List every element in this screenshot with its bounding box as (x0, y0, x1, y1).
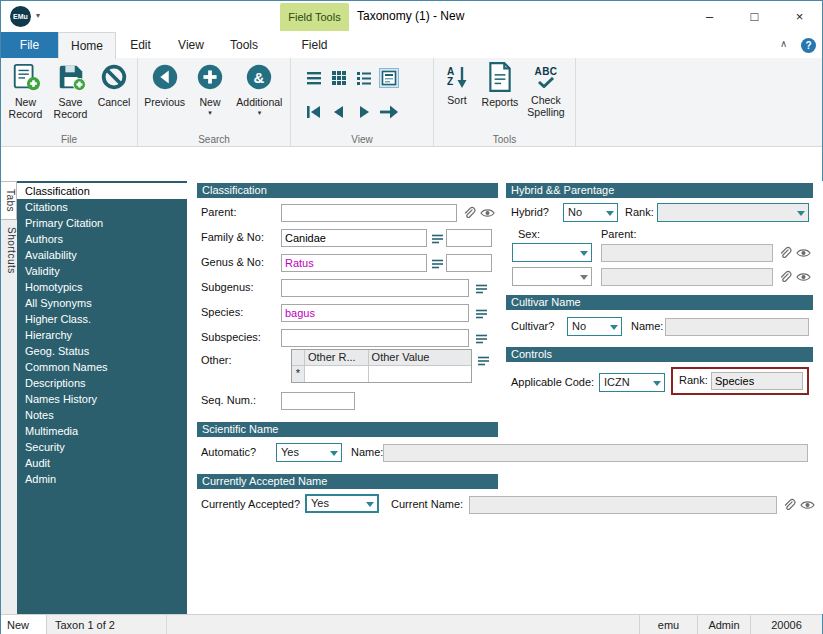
tab-field[interactable]: Field (286, 32, 343, 58)
app-icon[interactable]: EMu (10, 6, 31, 27)
eye-icon[interactable] (795, 245, 811, 261)
details-view-icon[interactable] (354, 68, 374, 88)
cultivar-combo[interactable]: No (567, 317, 622, 336)
goto-record-icon[interactable] (379, 102, 399, 122)
ribbon-group-label: File (1, 134, 137, 145)
eye-icon[interactable] (799, 497, 815, 513)
other-table[interactable]: Other R... Other Value * (291, 349, 472, 383)
lookup-list-icon[interactable] (429, 256, 445, 272)
automatic-combo[interactable]: Yes (276, 443, 342, 462)
genus-number-input[interactable] (446, 254, 492, 272)
save-record-button[interactable]: Save Record (48, 61, 93, 120)
status-mode: New (1, 615, 47, 634)
sidebar-item[interactable]: Higher Class. (17, 311, 187, 327)
sidebar-item[interactable]: Descriptions (17, 375, 187, 391)
eye-icon[interactable] (479, 205, 495, 221)
attachment-icon[interactable] (781, 497, 797, 513)
maximize-button[interactable]: □ (732, 1, 777, 31)
sidebar-item[interactable]: Citations (17, 199, 187, 215)
sidebar-item[interactable]: Notes (17, 407, 187, 423)
sidebar-item[interactable]: Geog. Status (17, 343, 187, 359)
list-view-icon[interactable] (304, 68, 324, 88)
previous-record-icon[interactable] (329, 102, 349, 122)
sidebar-item[interactable]: Authors (17, 231, 187, 247)
sidebar-item[interactable]: Admin (17, 471, 187, 487)
chevron-down-icon (606, 211, 614, 216)
sidebar-item[interactable]: Classification (17, 183, 187, 199)
strip-tab-tabs[interactable]: Tabs (1, 181, 17, 220)
subspecies-input[interactable] (281, 329, 469, 347)
sidebar: ClassificationCitationsPrimary CitationA… (17, 181, 187, 614)
hybrid-combo[interactable]: No (563, 203, 618, 222)
minimize-button[interactable]: – (687, 1, 732, 31)
tab-view[interactable]: View (165, 32, 217, 58)
sidebar-item[interactable]: Multimedia (17, 423, 187, 439)
chevron-down-icon (366, 502, 374, 507)
cancel-label: Cancel (98, 96, 131, 108)
new-record-icon (11, 62, 41, 94)
lookup-list-icon[interactable] (473, 331, 489, 347)
family-input[interactable] (281, 229, 427, 247)
attachment-icon[interactable] (461, 205, 477, 221)
section-controls: Controls (506, 347, 813, 362)
sidebar-item[interactable]: Validity (17, 263, 187, 279)
other-value-column-header[interactable]: Other Value (369, 350, 471, 366)
new-search-button[interactable]: New ▾ (189, 61, 230, 116)
rank-label: Rank: (679, 371, 708, 390)
other-rank-column-header[interactable]: Other R... (305, 350, 369, 366)
other-rank-cell[interactable] (305, 366, 369, 382)
svg-text:&: & (254, 69, 265, 86)
sex-combo-2[interactable] (512, 267, 592, 286)
additional-button[interactable]: & Additional ▾ (231, 61, 288, 116)
app-window: EMu ▾ Field Tools Taxonomy (1) - New – □… (0, 0, 823, 634)
eye-icon[interactable] (795, 269, 811, 285)
species-input[interactable] (281, 304, 469, 322)
first-record-icon[interactable] (304, 102, 324, 122)
tab-file[interactable]: File (1, 32, 58, 58)
other-value-cell[interactable] (369, 366, 471, 382)
sidebar-item[interactable]: Names History (17, 391, 187, 407)
family-number-input[interactable] (446, 229, 492, 247)
tab-tools[interactable]: Tools (217, 32, 271, 58)
lookup-list-icon[interactable] (475, 353, 491, 369)
reports-button[interactable]: Reports (478, 61, 522, 118)
attachment-icon[interactable] (777, 269, 793, 285)
parent-input[interactable] (281, 204, 457, 222)
sidebar-item[interactable]: Primary Citation (17, 215, 187, 231)
sex-combo-1[interactable] (512, 243, 592, 262)
lookup-list-icon[interactable] (429, 231, 445, 247)
previous-button[interactable]: Previous (140, 61, 189, 116)
lookup-list-icon[interactable] (473, 281, 489, 297)
check-spelling-button[interactable]: ABC Check Spelling (522, 61, 570, 118)
tab-edit[interactable]: Edit (116, 32, 165, 58)
quick-access-caret-icon[interactable]: ▾ (36, 11, 40, 20)
sidebar-item[interactable]: Homotypics (17, 279, 187, 295)
hybrid-parent-input-1 (601, 244, 773, 262)
page-view-icon[interactable] (379, 68, 399, 88)
close-button[interactable]: × (777, 1, 822, 31)
help-icon[interactable]: ? (801, 38, 816, 53)
sidebar-item[interactable]: All Synonyms (17, 295, 187, 311)
rank-input (711, 372, 803, 390)
tab-home[interactable]: Home (58, 32, 116, 59)
sort-icon: AZ (447, 62, 467, 92)
cancel-button[interactable]: Cancel (93, 61, 135, 120)
applicable-code-combo[interactable]: ICZN (599, 373, 665, 392)
next-record-icon[interactable] (354, 102, 374, 122)
genus-input[interactable] (281, 254, 427, 272)
grid-view-icon[interactable] (329, 68, 349, 88)
sidebar-item[interactable]: Availability (17, 247, 187, 263)
sidebar-item[interactable]: Hierarchy (17, 327, 187, 343)
collapse-ribbon-icon[interactable]: ∧ (780, 38, 787, 49)
lookup-list-icon[interactable] (473, 306, 489, 322)
currently-accepted-combo[interactable]: Yes (305, 494, 379, 513)
sidebar-item[interactable]: Security (17, 439, 187, 455)
sidebar-item[interactable]: Common Names (17, 359, 187, 375)
sidebar-item[interactable]: Audit (17, 455, 187, 471)
strip-tab-shortcuts[interactable]: Shortcuts (1, 220, 17, 281)
attachment-icon[interactable] (777, 245, 793, 261)
subgenus-input[interactable] (281, 279, 469, 297)
new-record-button[interactable]: New Record (3, 61, 48, 120)
seq-num-input[interactable] (281, 392, 355, 410)
sort-button[interactable]: AZ Sort (436, 61, 478, 118)
